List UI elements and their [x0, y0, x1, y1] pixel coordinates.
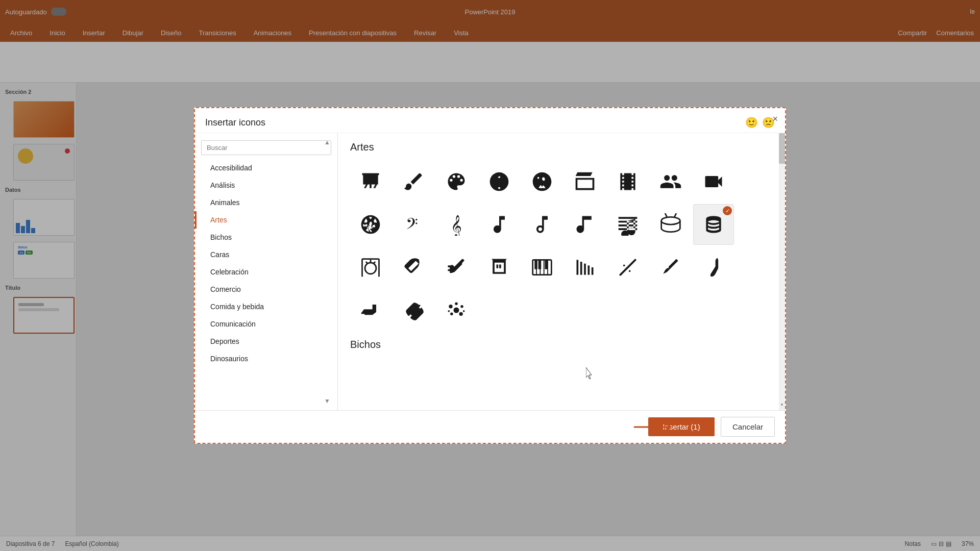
svg-point-26	[670, 269, 672, 271]
svg-point-32	[450, 313, 453, 316]
dialog-body: ▲ Accesibilidad Análisis Animales Artes …	[195, 133, 785, 410]
sidebar-item-accesibilidad[interactable]: Accesibilidad	[195, 159, 337, 177]
icon-film-reel[interactable]	[350, 204, 391, 245]
icon-treble-clef[interactable]: 𝄞	[436, 204, 477, 245]
svg-point-23	[626, 267, 628, 269]
dialog-header: Insertar iconos 🙂 🙁 ×	[195, 108, 785, 133]
icon-trumpet[interactable]	[350, 290, 391, 331]
icon-gong[interactable]	[350, 247, 391, 288]
svg-point-25	[667, 266, 669, 268]
bichos-section-title: Bichos	[350, 339, 773, 350]
icon-clapperboard[interactable]	[565, 161, 605, 202]
svg-rect-14	[534, 260, 537, 269]
svg-point-34	[455, 302, 458, 305]
icon-film-strip[interactable]	[607, 161, 648, 202]
scroll-down-arrow[interactable]: ▼	[779, 401, 785, 408]
arrow-indicator	[632, 418, 673, 436]
svg-text:𝄢: 𝄢	[406, 215, 418, 236]
app-window: Autoguardado PowerPoint 2019 Ie Archivo …	[0, 0, 980, 551]
sidebar-item-artes[interactable]: Artes	[195, 211, 337, 229]
icon-video-camera[interactable]	[693, 161, 734, 202]
svg-point-27	[711, 268, 713, 270]
icon-compass[interactable]	[479, 161, 520, 202]
dialog-footer: Insertar (1) Cancelar	[195, 410, 785, 443]
sidebar-item-comida[interactable]: Comida y bebida	[195, 298, 337, 315]
sidebar-scroll-up[interactable]: ▲	[322, 137, 332, 147]
svg-line-3	[665, 213, 667, 217]
artes-section-title: Artes	[350, 141, 773, 153]
dialog-content: Artes	[338, 133, 785, 410]
dialog-sidebar: ▲ Accesibilidad Análisis Animales Artes …	[195, 133, 338, 410]
icon-violin[interactable]	[393, 290, 434, 331]
dialog-close-button[interactable]: ×	[772, 114, 778, 123]
sidebar-item-comercio[interactable]: Comercio	[195, 281, 337, 298]
svg-point-24	[629, 270, 631, 272]
icon-music-note-1[interactable]	[479, 204, 520, 245]
icon-bass-clef[interactable]: 𝄢	[393, 204, 434, 245]
icon-splatter[interactable]	[436, 290, 477, 331]
svg-point-35	[448, 310, 450, 312]
svg-point-31	[460, 305, 463, 308]
icon-music-notes-group[interactable]	[565, 204, 605, 245]
svg-rect-16	[545, 260, 548, 269]
svg-text:𝄞: 𝄞	[451, 215, 462, 236]
sidebar-item-animales[interactable]: Animales	[195, 194, 337, 211]
sidebar-scroll-down[interactable]: ▼	[322, 396, 332, 406]
icon-sheet-music[interactable]	[607, 204, 648, 245]
sidebar-item-celebracion[interactable]: Celebración	[195, 263, 337, 281]
artes-icons-grid: 𝄢 𝄞	[350, 161, 773, 331]
sidebar-item-deportes[interactable]: Deportes	[195, 333, 337, 350]
smiley-happy-icon: 🙂	[745, 116, 758, 129]
icon-audience[interactable]	[650, 161, 691, 202]
svg-point-36	[463, 310, 465, 312]
svg-line-4	[674, 213, 676, 217]
svg-point-22	[623, 265, 625, 267]
dialog-header-icons: 🙂 🙁	[745, 116, 775, 129]
sidebar-item-comunicacion[interactable]: Comunicación	[195, 315, 337, 333]
sidebar-item-analisis[interactable]: Análisis	[195, 177, 337, 194]
icon-drum-kit[interactable]: ✓	[693, 204, 734, 245]
icon-easel[interactable]	[350, 161, 391, 202]
sidebar-item-dinosaurios[interactable]: Dinosaurios	[195, 350, 337, 367]
svg-point-29	[454, 308, 459, 313]
icon-clarinet[interactable]	[650, 247, 691, 288]
icon-theater-masks[interactable]	[522, 161, 562, 202]
insert-icons-dialog: Insertar iconos 🙂 🙁 × ▲ Accesibilidad An…	[194, 107, 786, 444]
sidebar-item-caras[interactable]: Caras	[195, 246, 337, 263]
svg-point-33	[459, 312, 463, 316]
dialog-overlay: Insertar iconos 🙂 🙁 × ▲ Accesibilidad An…	[0, 0, 980, 551]
icon-electric-guitar[interactable]	[436, 247, 477, 288]
svg-rect-18	[580, 262, 582, 275]
svg-point-2	[662, 217, 680, 224]
svg-point-28	[713, 266, 715, 267]
icon-grand-piano[interactable]	[479, 247, 520, 288]
icon-music-notes-2[interactable]	[522, 204, 562, 245]
icon-paintbrush[interactable]	[393, 161, 434, 202]
sidebar-item-bichos[interactable]: Bichos	[195, 229, 337, 246]
cancel-button[interactable]: Cancelar	[721, 417, 775, 437]
content-scrollbar-thumb[interactable]	[779, 133, 785, 164]
svg-point-30	[449, 305, 452, 308]
icon-piano-keys[interactable]	[522, 247, 562, 288]
svg-rect-21	[592, 267, 594, 275]
svg-rect-15	[538, 260, 542, 269]
svg-rect-19	[584, 264, 586, 275]
content-scrollbar-track[interactable]: ▼	[779, 133, 785, 410]
svg-rect-20	[588, 265, 590, 274]
svg-rect-17	[577, 260, 579, 274]
icon-palette[interactable]	[436, 161, 477, 202]
svg-point-5	[365, 263, 376, 274]
icon-acoustic-guitar[interactable]	[393, 247, 434, 288]
dialog-title: Insertar iconos	[205, 117, 265, 128]
search-input[interactable]	[201, 140, 331, 155]
icon-recorder[interactable]	[607, 247, 648, 288]
icon-saxophone[interactable]	[693, 247, 734, 288]
icon-drum[interactable]	[650, 204, 691, 245]
selected-check-badge: ✓	[723, 206, 732, 215]
icon-pan-flute[interactable]	[565, 247, 605, 288]
